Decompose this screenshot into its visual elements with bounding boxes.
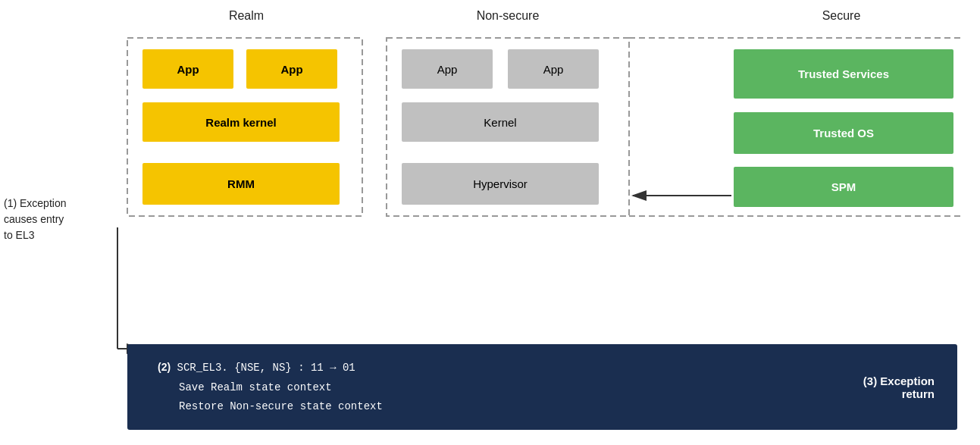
realm-app2-box: App [246,49,337,89]
realm-kernel-box: Realm kernel [142,102,340,142]
nonsecure-header: Non-secure [387,9,629,23]
trusted-os-box: Trusted OS [734,112,953,154]
spm-box: SPM [734,167,953,207]
ns-hypervisor-box: Hypervisor [402,163,599,205]
bottom-box: (2) SCR_EL3. {NSE, NS} : 11 → 01 Save Re… [127,344,957,430]
ns-kernel-box: Kernel [402,102,599,142]
step3-label: (3) Exception return [863,374,935,400]
realm-header: Realm [129,9,364,23]
rmm-box: RMM [142,163,340,205]
bottom-code-block: (2) SCR_EL3. {NSE, NS} : 11 → 01 Save Re… [158,358,383,416]
exception-label: (1) Exception causes entry to EL3 [4,196,114,243]
trusted-services-box: Trusted Services [734,49,953,99]
bottom-line3: Restore Non-secure state context [158,397,383,416]
ns-app2-box: App [508,49,599,89]
bottom-line2: Save Realm state context [158,378,332,397]
step2-label: (2) [158,361,171,373]
diagram-container: Realm Non-secure Secure App App Realm ke… [0,0,980,445]
bottom-line1: SCR_EL3. {NSE, NS} : 11 → 01 [177,362,355,374]
secure-header: Secure [728,9,955,23]
ns-app1-box: App [402,49,493,89]
realm-app1-box: App [142,49,233,89]
